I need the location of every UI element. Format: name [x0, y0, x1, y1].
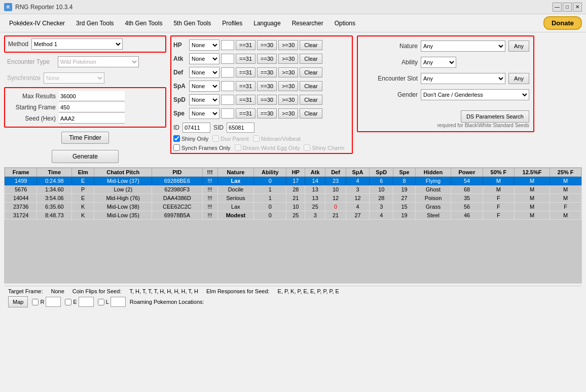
- menu-item-4thgen[interactable]: 4th Gen Tools: [120, 18, 168, 29]
- iv-def-31[interactable]: ==31: [236, 67, 255, 77]
- table-cell: Mid-Low (38): [94, 203, 152, 211]
- table-row[interactable]: 237366:35.60KMid-Low (38)CEE62C2C!!!Lax0…: [5, 203, 581, 211]
- menu-item-options[interactable]: Options: [329, 18, 360, 29]
- iv-spd-select[interactable]: None: [189, 94, 219, 105]
- donate-button[interactable]: Donate: [543, 16, 582, 30]
- minimize-button[interactable]: —: [553, 3, 562, 12]
- table-cell: K: [72, 203, 94, 211]
- iv-spe-clear[interactable]: Clear: [300, 108, 322, 119]
- iv-atk-31[interactable]: ==31: [236, 54, 255, 64]
- iv-spe-input[interactable]: [221, 108, 234, 119]
- iv-def-30[interactable]: ==30: [257, 67, 277, 77]
- iv-hp-30[interactable]: ==30: [257, 40, 277, 50]
- title-controls: — □ ✕: [553, 3, 582, 12]
- dream-world-label[interactable]: Dream World Egg Only: [235, 144, 300, 151]
- iv-spd-ge30[interactable]: >=30: [278, 95, 298, 105]
- iv-spd-input[interactable]: [221, 95, 234, 105]
- nature-select[interactable]: Any HardyLonelyBrave AdamantNaughtyBold …: [421, 41, 505, 52]
- roaming-l-checkbox[interactable]: [98, 299, 104, 305]
- table-row[interactable]: 14990:24.98EMid-Low (37)69288BE6!!!Lax01…: [5, 177, 581, 185]
- shiny-only-label[interactable]: Shiny Only: [173, 135, 208, 142]
- iv-hp-input[interactable]: [221, 40, 234, 50]
- table-row[interactable]: 56761:34.60PLow (2)623980F3!!!Docile1281…: [5, 185, 581, 194]
- dream-world-checkbox[interactable]: [235, 144, 241, 151]
- encounter-type-select[interactable]: Wild Pokémon: [58, 56, 139, 67]
- synchronize-select[interactable]: None: [44, 72, 104, 84]
- iv-spa-31[interactable]: ==31: [236, 81, 255, 91]
- map-button[interactable]: Map: [8, 296, 28, 307]
- seed-hex-input[interactable]: [59, 113, 125, 124]
- iv-spa-ge30[interactable]: >=30: [278, 81, 298, 91]
- table-cell: 1: [254, 194, 286, 203]
- table-cell: !!!: [202, 177, 217, 185]
- close-button[interactable]: ✕: [573, 3, 582, 12]
- synch-frames-checkbox[interactable]: [173, 144, 180, 151]
- method-select[interactable]: Method 1 Method 2 Method H1 Method H2: [31, 38, 123, 50]
- synch-frames-label[interactable]: Synch Frames Only: [173, 144, 231, 151]
- iv-def-clear[interactable]: Clear: [300, 67, 322, 77]
- menu-item-pokedex[interactable]: Pokédex-IV Checker: [4, 18, 70, 29]
- encounter-slot-any-button[interactable]: Any: [508, 73, 529, 84]
- menu-item-researcher[interactable]: Researcher: [287, 18, 328, 29]
- duo-parent-label[interactable]: Duo Parent: [212, 135, 249, 142]
- id-input[interactable]: [182, 123, 210, 133]
- roaming-e-checkbox[interactable]: [65, 299, 71, 305]
- iv-def-input[interactable]: [221, 67, 234, 77]
- maximize-button[interactable]: □: [563, 3, 572, 12]
- nidoran-checkbox[interactable]: [253, 135, 260, 142]
- shiny-only-checkbox[interactable]: [173, 135, 180, 142]
- iv-spd-clear[interactable]: Clear: [300, 95, 322, 105]
- iv-spd-31[interactable]: ==31: [236, 95, 255, 105]
- roaming-l-input[interactable]: [111, 297, 126, 307]
- duo-parent-checkbox[interactable]: [212, 135, 219, 142]
- sid-input[interactable]: [227, 123, 254, 133]
- elm-responses-value: E, P, K, P, E, E, P, P, P, E: [278, 288, 339, 294]
- generate-button[interactable]: Generate: [52, 150, 119, 163]
- ds-search-button[interactable]: DS Parameters Search: [461, 110, 529, 123]
- roaming-r-checkbox[interactable]: [32, 299, 39, 305]
- menu-item-5thgen[interactable]: 5th Gen Tools: [168, 18, 216, 29]
- iv-spa-30[interactable]: ==30: [257, 81, 277, 91]
- table-row[interactable]: 140443:54.06EMid-High (76)DAA4386D!!!Ser…: [5, 194, 581, 203]
- iv-spe-31[interactable]: ==31: [236, 108, 255, 119]
- shiny-charm-label[interactable]: Shiny Charm: [304, 144, 344, 151]
- roaming-r-input[interactable]: [46, 297, 61, 307]
- starting-frame-input[interactable]: [59, 102, 125, 112]
- encounter-slot-select[interactable]: Any: [421, 73, 505, 84]
- ability-select[interactable]: Any 0 1: [421, 57, 456, 68]
- iv-spe-label: Spe: [173, 110, 188, 117]
- iv-def-select[interactable]: None: [189, 67, 219, 78]
- max-results-input[interactable]: [59, 91, 125, 101]
- iv-atk-30[interactable]: ==30: [257, 54, 277, 64]
- shiny-charm-checkbox[interactable]: [304, 144, 310, 151]
- iv-spa-select[interactable]: None: [189, 81, 219, 92]
- menu-item-3rdgen[interactable]: 3rd Gen Tools: [71, 18, 119, 29]
- iv-spe-30[interactable]: ==30: [257, 108, 277, 119]
- iv-atk-input[interactable]: [221, 54, 234, 64]
- iv-atk-ge30[interactable]: >=30: [278, 54, 298, 64]
- table-cell: 0: [325, 203, 346, 211]
- iv-spa-clear[interactable]: Clear: [300, 81, 322, 91]
- time-finder-button[interactable]: Time Finder: [61, 132, 109, 144]
- iv-hp-clear[interactable]: Clear: [300, 40, 322, 50]
- menu-item-language[interactable]: Language: [248, 18, 285, 29]
- iv-hp-31[interactable]: ==31: [236, 40, 255, 50]
- nature-any-button[interactable]: Any: [508, 41, 529, 52]
- roaming-e-input[interactable]: [79, 297, 94, 307]
- nidoran-label[interactable]: Nidoran/Volbeat: [253, 135, 301, 142]
- iv-spa-input[interactable]: [221, 81, 234, 91]
- iv-spd-30[interactable]: ==30: [257, 95, 277, 105]
- iv-atk-select[interactable]: None: [189, 53, 219, 64]
- iv-spe-ge30[interactable]: >=30: [278, 108, 298, 119]
- results-table-wrapper: Frame Time Elm Chatot Pitch PID !!! Natu…: [4, 167, 582, 284]
- menu-item-profiles[interactable]: Profiles: [217, 18, 247, 29]
- iv-atk-clear[interactable]: Clear: [300, 54, 322, 64]
- col-hidden: Hidden: [416, 168, 451, 177]
- ds-note: required for Black\White Standard Seeds: [437, 123, 529, 128]
- iv-hp-select[interactable]: None: [189, 40, 219, 51]
- iv-spe-select[interactable]: None: [189, 108, 219, 119]
- gender-select[interactable]: Don't Care / Genderless Male Female: [421, 89, 529, 100]
- iv-def-ge30[interactable]: >=30: [278, 67, 298, 77]
- iv-hp-ge30[interactable]: >=30: [278, 40, 298, 50]
- table-row[interactable]: 317248:48.73KMid-Low (35)69978B5A!!!Mode…: [5, 211, 581, 220]
